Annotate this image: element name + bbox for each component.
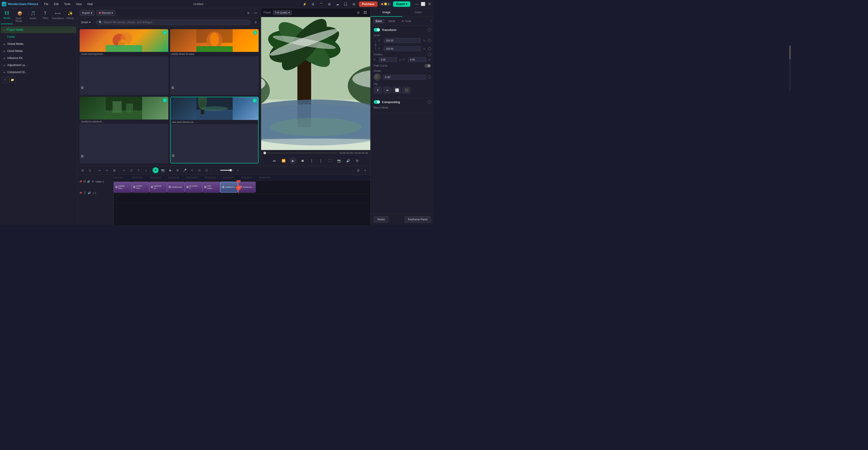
clip-newyear[interactable]: 🖼new-yeary-...: [203, 182, 220, 192]
fullscreen-button[interactable]: ⛶: [327, 157, 333, 164]
swap-button[interactable]: ⇄: [196, 167, 202, 173]
pos-y-input[interactable]: 0.00: [408, 57, 427, 62]
right-tab-image[interactable]: Image: [371, 8, 402, 17]
crop-button[interactable]: ⊡: [128, 167, 134, 173]
scrubber-head[interactable]: [264, 152, 266, 154]
text-button[interactable]: T: [135, 167, 142, 173]
transform-toggle[interactable]: [374, 28, 380, 32]
rotate-keyframe-icon[interactable]: [428, 76, 432, 79]
tab-stock-media[interactable]: 📦 Stock Media: [13, 9, 27, 24]
step-back-button[interactable]: ⏪: [280, 157, 287, 164]
position-keyframe-icon[interactable]: [428, 53, 432, 56]
timeline-more-icon[interactable]: ▾: [362, 167, 368, 173]
filter-icon[interactable]: ⚙: [245, 10, 251, 16]
list-button[interactable]: ≡: [189, 167, 195, 173]
smart-select[interactable]: Smart ▾: [80, 20, 92, 25]
tab-media[interactable]: 🎞 Media: [1, 9, 13, 24]
scale-x-input[interactable]: 100.00: [384, 38, 421, 43]
mic-button[interactable]: 🎤: [182, 167, 188, 173]
purchase-button[interactable]: Purchase: [359, 1, 378, 7]
scrubber-track[interactable]: [264, 152, 338, 153]
flip-horizontal-button[interactable]: ⬅: [383, 87, 392, 94]
sidebar-item-global-media[interactable]: ▶ Global Media: [1, 40, 76, 47]
settings-button[interactable]: ⚙: [354, 157, 360, 164]
clip-national[interactable]: 🖼national-po...: [149, 182, 167, 192]
mark-out-button[interactable]: }: [317, 157, 324, 164]
layout-icon[interactable]: ⊞: [355, 167, 361, 173]
flip-mirror-button[interactable]: ⬛: [402, 87, 410, 94]
clip-moelfryn[interactable]: 🖼moelfryn's-...: [220, 182, 238, 192]
right-tab-color[interactable]: Color: [402, 8, 434, 17]
sidebar-item-compound[interactable]: ▶ Compound Cli...: [1, 69, 76, 76]
clip-uk[interactable]: 🖼uk-winter-fl...: [185, 182, 203, 192]
add-track-button[interactable]: ⊞: [80, 167, 86, 173]
phone-icon[interactable]: 📱: [318, 1, 324, 7]
tab-audio[interactable]: 🎵 Audio: [27, 9, 39, 24]
more-options-icon[interactable]: •••: [253, 10, 259, 16]
snap-button[interactable]: ⚑: [153, 167, 159, 173]
sidebar-item-adjustment[interactable]: ▶ Adjustment La...: [1, 62, 76, 68]
delete-button[interactable]: 🗑: [111, 167, 117, 173]
search-input-wrap[interactable]: 🔍: [96, 20, 251, 25]
stop-button[interactable]: ⏹: [299, 157, 306, 164]
tab-transitions[interactable]: ⟷ Transitions: [52, 9, 64, 24]
headphone-icon[interactable]: 🎧: [343, 1, 349, 7]
sub-tab-mask[interactable]: Mask: [386, 19, 398, 24]
menu-help[interactable]: Help: [85, 2, 95, 7]
extract-button[interactable]: ⊡: [204, 167, 210, 173]
minimize-button[interactable]: —: [414, 1, 420, 7]
mark-in-button[interactable]: {: [308, 157, 315, 164]
menu-view[interactable]: View: [73, 2, 84, 7]
path-curve-toggle[interactable]: [425, 64, 431, 68]
tab-effects[interactable]: ✨ Effects: [64, 9, 76, 24]
scale-y-input[interactable]: 100.00: [384, 46, 421, 51]
cloud-icon[interactable]: ☁: [334, 1, 341, 7]
sub-tab-ai-tools[interactable]: AI Tools: [399, 19, 414, 24]
magnetic-button[interactable]: ⊙: [87, 167, 93, 173]
menu-file[interactable]: File: [42, 2, 51, 7]
rotate-wheel[interactable]: [374, 73, 381, 81]
keyframe-panel-button[interactable]: Keyframe Panel: [405, 216, 431, 222]
media-thumb-1[interactable]: 🖼 ✓ weekly-flower-fix-class: [170, 29, 259, 95]
reset-button[interactable]: Reset: [374, 216, 389, 222]
play-button[interactable]: ▶: [289, 157, 297, 164]
pos-x-input[interactable]: 0.00: [379, 57, 397, 62]
skip-back-button[interactable]: ⏮: [271, 157, 278, 164]
sidebar-item-project-media[interactable]: ▾ Project Media: [1, 26, 76, 33]
add-folder-button[interactable]: +: [2, 77, 8, 83]
media-thumb-3[interactable]: 🖼 ✓ new-yeary-blooms-at-...: [170, 97, 259, 163]
grid-view-icon[interactable]: ⊞: [355, 9, 361, 16]
media-thumb-2[interactable]: 🖼 ✓ moelfryn's-nativity-th...: [80, 97, 168, 163]
scale-x-keyframe-icon[interactable]: [428, 39, 432, 42]
snapshot-button[interactable]: 📷: [336, 157, 342, 164]
export-button[interactable]: Export ▾: [393, 1, 410, 7]
record-tl-button[interactable]: ⏺: [167, 167, 173, 173]
share-icon[interactable]: ⊞: [326, 1, 333, 7]
sidebar-item-folder[interactable]: Folder: [1, 33, 76, 40]
maximize-button[interactable]: ⬜: [420, 1, 426, 7]
sidebar-item-influence-kit[interactable]: ▶ Influence Kit: [1, 55, 76, 61]
grid-icon[interactable]: ⊞: [351, 1, 357, 7]
menu-tools[interactable]: Tools: [62, 2, 72, 7]
more-tools-button[interactable]: »: [143, 167, 149, 173]
media-thumb-0[interactable]: 🖼 ✓ create-stunning-festiv...: [80, 29, 168, 95]
connect-icon[interactable]: ⚡: [302, 1, 308, 7]
monitor-icon[interactable]: 🖥: [310, 1, 316, 7]
quality-select[interactable]: Full Quality ▾: [273, 10, 292, 15]
sub-tabs-more-icon[interactable]: ›: [431, 19, 432, 24]
close-button[interactable]: ✕: [427, 1, 432, 7]
cut-button[interactable]: ✂: [121, 167, 127, 173]
clip-create[interactable]: 🖼create-stun...: [131, 182, 149, 192]
volume-head[interactable]: [229, 169, 232, 171]
undo-button[interactable]: ↩: [97, 167, 102, 173]
tab-titles[interactable]: T Titles: [39, 9, 51, 24]
flip-reset-button[interactable]: ⬜: [393, 87, 401, 94]
clip-weekly[interactable]: 🖼weekly-flow...: [114, 182, 131, 192]
record-button[interactable]: Record ▾: [96, 10, 115, 16]
volume-slider[interactable]: [220, 170, 234, 171]
redo-button[interactable]: ↪: [104, 167, 110, 173]
camera-overlay-button[interactable]: 📷: [160, 167, 166, 173]
plus-button[interactable]: +: [235, 167, 241, 173]
scale-y-keyframe-icon[interactable]: [428, 47, 432, 51]
image-view-icon[interactable]: 🖼: [362, 9, 368, 16]
